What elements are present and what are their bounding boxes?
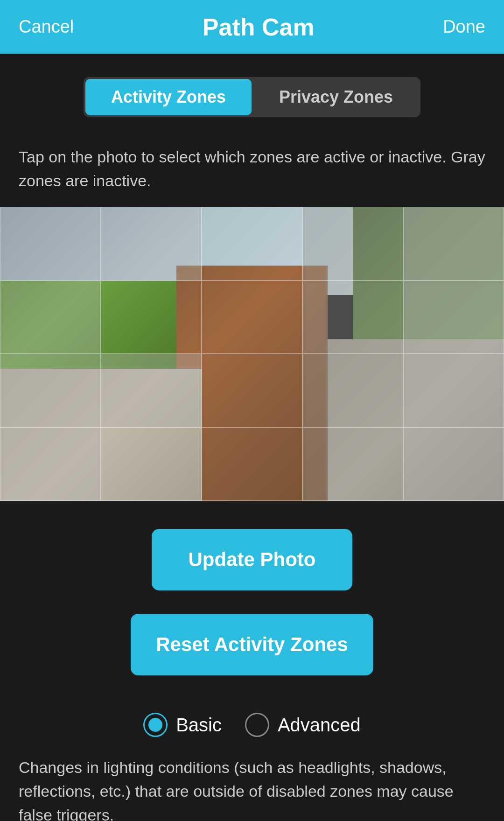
- camera-view[interactable]: [0, 207, 504, 501]
- grid-cell-0-4[interactable]: [403, 207, 504, 281]
- grid-cell-1-3[interactable]: [302, 281, 403, 354]
- grid-cell-0-3[interactable]: [302, 207, 403, 281]
- activity-zones-tab[interactable]: Activity Zones: [85, 79, 252, 115]
- update-photo-button[interactable]: Update Photo: [152, 529, 352, 590]
- advanced-radio-button[interactable]: [245, 713, 269, 737]
- grid-cell-1-0[interactable]: [0, 281, 101, 354]
- warning-description: Changes in lighting conditions (such as …: [0, 746, 504, 821]
- grid-cell-1-2[interactable]: [202, 281, 302, 354]
- page-title: Path Cam: [203, 13, 315, 41]
- grid-cell-2-0[interactable]: [0, 354, 101, 428]
- grid-cell-1-1[interactable]: [101, 281, 202, 354]
- grid-cell-0-0[interactable]: [0, 207, 101, 281]
- action-buttons: Update Photo Reset Activity Zones: [0, 501, 504, 694]
- grid-cell-3-3[interactable]: [302, 428, 403, 501]
- grid-cell-3-1[interactable]: [101, 428, 202, 501]
- zone-description: Tap on the photo to select which zones a…: [0, 136, 504, 207]
- reset-activity-zones-button[interactable]: Reset Activity Zones: [131, 614, 373, 675]
- app-header: Cancel Path Cam Done: [0, 0, 504, 54]
- done-button[interactable]: Done: [443, 17, 485, 37]
- advanced-radio-option[interactable]: Advanced: [245, 713, 361, 737]
- cancel-button[interactable]: Cancel: [19, 17, 74, 37]
- grid-cell-1-4[interactable]: [403, 281, 504, 354]
- advanced-radio-label: Advanced: [278, 715, 361, 736]
- segment-container: Activity Zones Privacy Zones: [0, 54, 504, 136]
- grid-cell-0-2[interactable]: [202, 207, 302, 281]
- mode-radio-group: Basic Advanced: [0, 694, 504, 746]
- basic-radio-option[interactable]: Basic: [143, 713, 222, 737]
- grid-cell-3-2[interactable]: [202, 428, 302, 501]
- grid-cell-3-0[interactable]: [0, 428, 101, 501]
- grid-cell-2-3[interactable]: [302, 354, 403, 428]
- privacy-zones-tab[interactable]: Privacy Zones: [253, 79, 419, 115]
- grid-cell-2-2[interactable]: [202, 354, 302, 428]
- grid-cell-2-4[interactable]: [403, 354, 504, 428]
- grid-cell-3-4[interactable]: [403, 428, 504, 501]
- zone-segment-control: Activity Zones Privacy Zones: [84, 77, 420, 117]
- activity-grid[interactable]: [0, 207, 504, 501]
- grid-cell-0-1[interactable]: [101, 207, 202, 281]
- basic-radio-label: Basic: [176, 715, 222, 736]
- basic-radio-button[interactable]: [143, 713, 168, 737]
- grid-cell-2-1[interactable]: [101, 354, 202, 428]
